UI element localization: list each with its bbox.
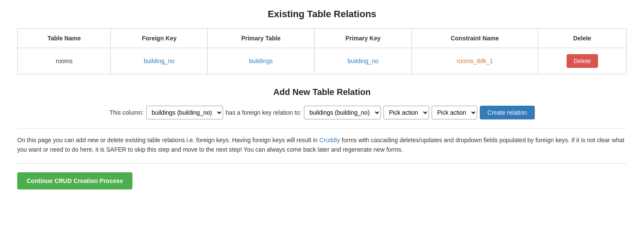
info-highlight: Cruddiy [319, 137, 340, 143]
cell-table-name: rooms [18, 48, 111, 74]
add-section-title: Add New Table Relation [17, 87, 627, 97]
continue-button[interactable]: Continue CRUD Creation Process [17, 172, 132, 189]
divider-2 [17, 163, 627, 164]
divider-1 [17, 128, 627, 128]
action-select-2[interactable]: Pick action [432, 106, 477, 119]
col-header-delete: Delete [538, 29, 626, 48]
cell-primary-key: building_no [314, 48, 412, 74]
create-relation-button[interactable]: Create relation [480, 106, 535, 119]
col-header-constraint-name: Constraint Name [412, 29, 538, 48]
action-select-1[interactable]: Pick action [383, 106, 429, 119]
info-text: On this page you can add new or delete e… [17, 135, 627, 155]
delete-button[interactable]: Delete [567, 54, 598, 68]
cell-constraint-name: rooms_ibfk_1 [412, 48, 538, 74]
cell-primary-table: buildings [208, 48, 314, 74]
relations-table: Table Name Foreign Key Primary Table Pri… [17, 28, 627, 74]
column-select[interactable]: buildings (building_no) [146, 106, 223, 119]
col-header-table-name: Table Name [18, 29, 111, 48]
add-relation-form: This column: buildings (building_no) has… [17, 106, 627, 119]
cell-foreign-key: building_no [111, 48, 208, 74]
page-main-title: Existing Table Relations [17, 9, 627, 20]
label-this-column: This column: [109, 109, 143, 116]
cell-delete: Delete [538, 48, 626, 74]
col-header-primary-key: Primary Key [314, 29, 412, 48]
col-header-foreign-key: Foreign Key [111, 29, 208, 48]
col-header-primary-table: Primary Table [208, 29, 314, 48]
relation-select[interactable]: buildings (building_no) [304, 106, 381, 119]
table-row: rooms building_no buildings building_no … [18, 48, 627, 74]
label-has-relation: has a foreign key relation to: [226, 109, 301, 116]
